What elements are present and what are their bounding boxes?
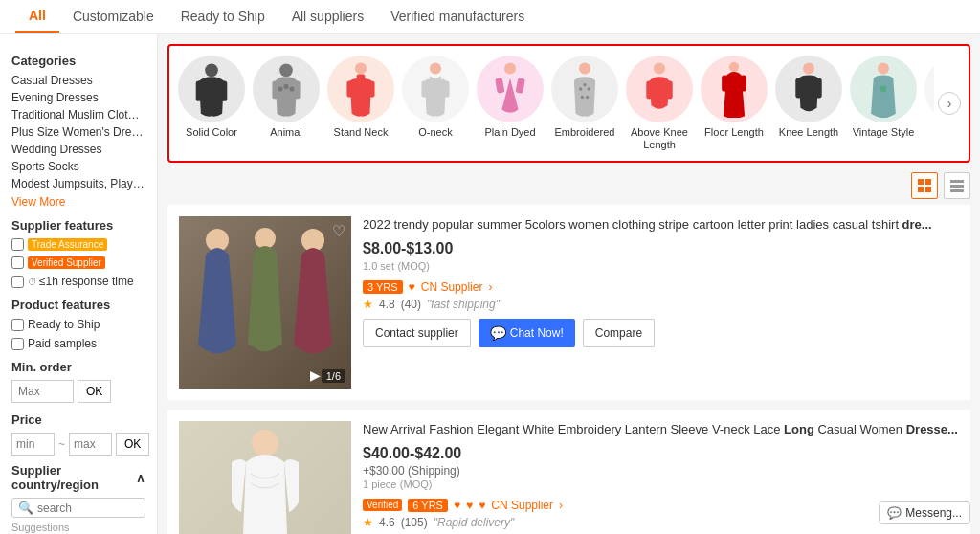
cat-elegant[interactable]: Elegant [924,56,934,151]
category-traditional-muslim[interactable]: Traditional Muslim Clothi... [11,108,145,122]
category-sports-socks[interactable]: Sports Socks [11,160,145,173]
nav-ready-to-ship[interactable]: Ready to Ship [167,1,278,32]
category-evening-dresses[interactable]: Evening Dresses [11,91,145,104]
sidebar: Categories Casual Dresses Evening Dresse… [0,34,158,534]
chat-now-button-1[interactable]: 💬 Chat Now! [479,319,575,347]
view-more-categories[interactable]: View More [11,195,65,209]
contact-supplier-button-1[interactable]: Contact supplier [363,319,471,347]
svg-rect-46 [950,180,964,183]
nav-customizable[interactable]: Customizable [59,1,167,32]
cat-above-knee[interactable]: Above Knee Length [625,56,694,151]
svg-rect-29 [722,75,727,91]
nav-all[interactable]: All [15,0,59,33]
feature-response-time: ⏱ ≤1h response time [11,275,145,288]
image-count-1: 1/6 [322,369,345,383]
cat-stand-neck[interactable]: Stand Neck [326,56,395,151]
messenger-icon: 💬 [887,506,902,520]
heart-icon-2c: ♥ [479,499,485,512]
stars-icon-2: ★ [363,516,373,529]
svg-point-3 [279,63,293,77]
grid-view-button[interactable] [911,172,938,199]
cn-supplier-link-1[interactable]: CN Supplier [421,280,483,294]
product-title-1[interactable]: 2022 trendy popular summer 5colors women… [363,216,959,234]
cat-animal[interactable]: Animal [252,56,321,151]
svg-rect-7 [272,80,278,99]
svg-rect-14 [421,80,427,97]
svg-rect-1 [196,80,203,100]
svg-rect-8 [295,80,301,99]
svg-point-52 [252,430,278,456]
svg-point-20 [579,87,582,90]
compare-button-1[interactable]: Compare [583,319,655,347]
price-ok-button[interactable]: OK [116,433,149,456]
svg-point-23 [581,96,584,99]
min-order-ok-button[interactable]: OK [78,380,111,403]
cat-vintage-style[interactable]: Vintage Style [849,56,918,151]
suggestions-label: Suggestions [11,522,145,533]
cat-knee-length-label: Knee Length [779,126,838,139]
category-items: Solid Color Animal Stand Neck [177,56,934,151]
cat-solid-color[interactable]: Solid Color [177,56,246,151]
paid-samples-label: Paid samples [28,337,97,350]
rating-count-1: (40) [401,298,421,311]
feature-verified-supplier: Verified Supplier [11,256,145,269]
svg-rect-45 [925,187,931,192]
category-modest-jumpsuits[interactable]: Modest Jumpsuits, Plays... [11,177,145,190]
country-header: Supplier country/region ∧ [11,463,145,492]
moq-value-1: 1.0 set [363,260,394,272]
trade-assurance-badge: Trade Assurance [28,238,107,251]
top-navigation: All Customizable Ready to Ship All suppl… [0,0,980,34]
supplier-info-1: 3 YRS ♥ CN Supplier › [363,280,959,294]
content-area: Solid Color Animal Stand Neck [158,34,980,534]
svg-point-0 [205,63,218,77]
price-max-input[interactable] [69,433,112,456]
video-play-icon-1[interactable]: ▶ [310,367,321,383]
collapse-icon[interactable]: ∧ [136,471,145,485]
response-time-label: ≤1h response time [39,275,134,288]
rating-value-2: 4.6 [379,516,395,529]
feature-paid-samples: Paid samples [11,337,145,350]
messenger-label: Messeng... [905,506,962,520]
svg-rect-11 [346,80,352,97]
verified-supplier-checkbox[interactable] [11,256,24,269]
feature-ready-to-ship: Ready to Ship [11,318,145,331]
svg-rect-30 [741,75,746,91]
nav-verified-manufacturers[interactable]: Verified manufacturers [377,1,538,32]
category-plus-size[interactable]: Plus Size Women's Dresses [11,125,145,139]
trade-assurance-checkbox[interactable] [11,238,24,251]
wishlist-icon-1[interactable]: ♡ [332,222,345,240]
paid-samples-checkbox[interactable] [11,338,24,350]
list-view-button[interactable] [944,172,970,199]
cn-supplier-link-2[interactable]: CN Supplier [491,499,553,512]
cat-knee-length[interactable]: Knee Length [774,56,843,151]
heart-icon-2b: ♥ [466,499,473,512]
min-order-input[interactable] [11,380,74,403]
country-search-input[interactable] [37,501,133,515]
product-title-2[interactable]: New Arrival Fashion Elegant White Embroi… [363,421,959,438]
carousel-next-button[interactable]: › [938,92,961,115]
cat-embroidered[interactable]: Embroidered [550,56,619,151]
price-min-input[interactable] [11,433,55,456]
nav-all-suppliers[interactable]: All suppliers [278,1,377,32]
category-wedding-dresses[interactable]: Wedding Dresses [11,143,145,156]
svg-rect-43 [925,179,931,185]
svg-point-28 [729,62,739,72]
cat-o-neck-label: O-neck [418,126,452,139]
cat-floor-length[interactable]: Floor Length [700,56,768,151]
ready-to-ship-checkbox[interactable] [11,319,24,331]
cat-o-neck[interactable]: O-neck [401,56,470,151]
min-order-section: Min. order OK [11,360,145,403]
response-time-checkbox[interactable] [11,276,24,288]
product-features-title: Product features [11,298,145,312]
chat-label-1: Chat Now! [510,326,564,340]
cat-above-knee-label: Above Knee Length [625,126,694,151]
messenger-button[interactable]: 💬 Messeng... [879,501,970,524]
svg-rect-47 [950,185,964,188]
price-section: Price ~ OK [11,412,145,456]
svg-point-31 [803,63,814,75]
cat-plain-dyed[interactable]: Plain Dyed [476,56,545,151]
svg-point-6 [289,86,294,91]
svg-rect-2 [220,80,227,100]
wishlist-icon-2[interactable]: ♡ [332,427,345,445]
category-casual-dresses[interactable]: Casual Dresses [11,74,145,87]
